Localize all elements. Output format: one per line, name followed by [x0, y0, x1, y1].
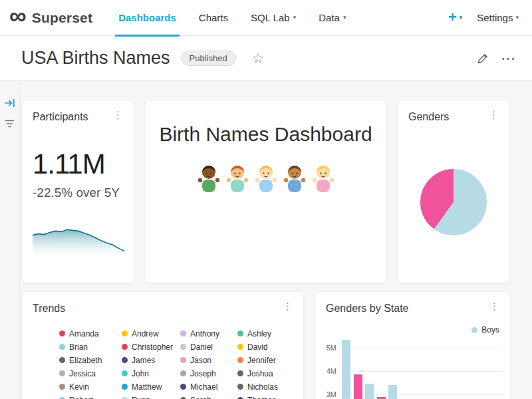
- legend-label: Michael: [190, 382, 217, 392]
- legend-dot: [59, 370, 65, 376]
- legend-item[interactable]: Joshua: [237, 369, 291, 378]
- legend-item[interactable]: Joseph: [180, 369, 237, 378]
- bar-girls[interactable]: [377, 397, 386, 399]
- legend-item[interactable]: Jessica: [59, 369, 122, 378]
- y-axis-tick-label: 5M: [319, 344, 336, 352]
- nav-charts-label: Charts: [199, 12, 228, 23]
- settings-label: Settings: [477, 12, 513, 23]
- genders-pie-chart[interactable]: [420, 169, 487, 235]
- legend-item[interactable]: Ryan: [122, 396, 180, 399]
- legend-item[interactable]: Kevin: [59, 382, 122, 391]
- legend-item[interactable]: David: [237, 342, 291, 351]
- nav-charts[interactable]: Charts: [188, 0, 239, 36]
- nav-sql-lab[interactable]: SQL Lab ▾: [239, 0, 307, 36]
- legend-item[interactable]: Jason: [180, 356, 237, 364]
- caret-down-icon: ▾: [293, 15, 297, 21]
- legend-item[interactable]: Amanda: [59, 329, 122, 338]
- more-actions-icon[interactable]: ⋯: [501, 51, 516, 66]
- legend-item[interactable]: Matthew: [122, 382, 180, 391]
- legend-item[interactable]: Thomas: [237, 396, 291, 399]
- legend-dot: [122, 344, 128, 350]
- legend-label: Sarah: [190, 396, 211, 399]
- legend-label: Matthew: [132, 382, 162, 392]
- settings-menu[interactable]: Settings ▾: [477, 12, 519, 23]
- legend-dot: [59, 357, 65, 363]
- main-menu: Dashboards Charts SQL Lab ▾ Data ▾: [107, 0, 357, 36]
- nav-data[interactable]: Data ▾: [307, 0, 357, 36]
- dashboard-title: USA Births Names: [21, 48, 170, 68]
- bar-girls[interactable]: [354, 374, 362, 399]
- bar-boys[interactable]: [365, 384, 374, 399]
- legend-item[interactable]: John: [122, 369, 180, 378]
- big-number-subheader: -22.5% over 5Y: [33, 186, 120, 200]
- legend-dot: [59, 384, 65, 390]
- legend-dot: [122, 331, 128, 336]
- child-figure: [254, 163, 278, 194]
- nav-right-section: + ▾ Settings ▾: [448, 11, 532, 25]
- legend-label: Elizabeth: [69, 356, 102, 365]
- legend-label: Brian: [69, 342, 88, 352]
- legend-item[interactable]: James: [122, 356, 180, 364]
- chart-legend-boys[interactable]: Boys: [471, 325, 499, 334]
- legend-dot: [180, 370, 186, 376]
- gridline: [343, 371, 503, 372]
- top-navigation: ∞ Superset Dashboards Charts SQL Lab ▾ D…: [0, 0, 532, 36]
- legend-item[interactable]: Christopher: [122, 342, 180, 351]
- legend-dot: [237, 357, 243, 363]
- chart-card-trends: Trends ⋮ AmandaAndrewAnthonyAshleyBrianC…: [21, 291, 304, 399]
- child-figure: [225, 163, 249, 194]
- legend-dot-boys: [471, 327, 477, 333]
- legend-item[interactable]: Michael: [180, 382, 237, 391]
- legend-item[interactable]: Jennifer: [237, 356, 291, 364]
- legend-item[interactable]: Ashley: [237, 329, 291, 338]
- caret-down-icon: ▾: [460, 15, 463, 21]
- legend-item[interactable]: Nicholas: [237, 382, 291, 391]
- legend-label: Joseph: [190, 369, 216, 378]
- legend-label: Jessica: [69, 369, 96, 378]
- legend-item[interactable]: Sarah: [180, 396, 237, 399]
- published-badge[interactable]: Published: [181, 51, 236, 66]
- superset-brand[interactable]: ∞ Superset: [0, 8, 92, 28]
- legend-dot: [122, 357, 128, 363]
- bar-boys[interactable]: [388, 385, 397, 399]
- legend-dot: [180, 357, 186, 363]
- children-figures-row: [146, 163, 386, 194]
- legend-label: David: [247, 342, 268, 352]
- legend-label: Nicholas: [247, 382, 278, 392]
- legend-item[interactable]: Anthony: [180, 329, 237, 338]
- chart-card-participants: Participants ⋮ 1.11M -22.5% over 5Y: [21, 100, 134, 283]
- dashboard-header: USA Births Names Published ☆ ⋯: [0, 37, 532, 80]
- trends-legend: AmandaAndrewAnthonyAshleyBrianChristophe…: [59, 329, 298, 399]
- legend-item[interactable]: Brian: [59, 342, 122, 351]
- kebab-menu-icon[interactable]: ⋮: [110, 109, 126, 121]
- legend-dot: [122, 370, 128, 376]
- filter-icon[interactable]: [5, 119, 15, 128]
- legend-dot: [180, 344, 186, 350]
- legend-item[interactable]: Elizabeth: [59, 356, 122, 364]
- legend-dot: [59, 344, 65, 350]
- genders-by-state-plot[interactable]: 5M4M3M: [315, 292, 510, 399]
- header-actions: ⋯: [477, 51, 516, 66]
- legend-label: Daniel: [190, 342, 213, 352]
- kebab-menu-icon[interactable]: ⋮: [486, 109, 501, 121]
- caret-down-icon: ▾: [343, 15, 346, 21]
- legend-label: Kevin: [69, 382, 89, 392]
- new-item-button[interactable]: + ▾: [448, 11, 462, 25]
- legend-dot: [180, 384, 186, 390]
- legend-label: Andrew: [132, 329, 159, 338]
- dashboard-grid: Participants ⋮ 1.11M -22.5% over 5Y Birt…: [0, 80, 532, 399]
- legend-item[interactable]: Robert: [59, 396, 122, 399]
- legend-item[interactable]: Daniel: [180, 342, 237, 351]
- nav-dashboards-label: Dashboards: [118, 12, 176, 23]
- legend-item[interactable]: Andrew: [122, 329, 180, 338]
- edit-pencil-icon[interactable]: [477, 53, 489, 65]
- chart-card-genders-by-state: Genders by State ⋮ Boys 5M4M3M: [315, 291, 511, 399]
- legend-dot: [237, 384, 243, 390]
- nav-dashboards[interactable]: Dashboards: [107, 0, 188, 36]
- markdown-card: Birth Names Dashboard: [145, 100, 386, 283]
- bar-boys[interactable]: [342, 340, 350, 399]
- expand-filter-bar-icon[interactable]: [5, 98, 15, 108]
- legend-label: Ryan: [132, 396, 150, 399]
- favorite-star-icon[interactable]: ☆: [252, 51, 265, 66]
- kebab-menu-icon[interactable]: ⋮: [280, 301, 295, 313]
